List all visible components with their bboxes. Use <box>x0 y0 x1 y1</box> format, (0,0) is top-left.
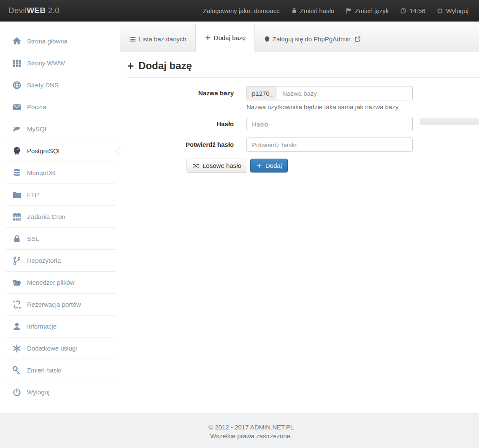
topbar-clock: 14:56 <box>400 7 425 14</box>
database-icon <box>12 168 22 178</box>
brand-version: 2.0 <box>46 6 60 15</box>
top-navbar: DevilWEB 2.0 Zalogowany jako: demoacc Zm… <box>0 0 479 22</box>
plus-icon <box>256 163 262 169</box>
app-logo[interactable]: DevilWEB 2.0 <box>8 6 60 15</box>
sidebar-item-label: MySQL <box>27 125 48 132</box>
sidebar-nav: Strona główna Strony WWW Strefy DNS Pocz… <box>0 30 120 403</box>
sidebar-item-strefy-dns[interactable]: Strefy DNS <box>6 74 116 96</box>
logged-in-as: Zalogowany jako: demoacc <box>203 7 280 14</box>
flag-icon <box>346 8 352 14</box>
sidebar-item-label: Strefy DNS <box>27 81 59 89</box>
plus-icon <box>127 62 135 70</box>
sidebar-item-mysql[interactable]: MySQL <box>6 118 116 140</box>
sidebar: Strona główna Strony WWW Strefy DNS Pocz… <box>0 22 120 413</box>
external-link-icon <box>355 36 361 42</box>
brand-devil: Devil <box>8 6 27 15</box>
topbar-change-password[interactable]: Zmień hasło <box>291 7 335 14</box>
asterisk-icon <box>12 344 22 353</box>
name-controls: p1270_ Nazwa użytkownika będzie taka sam… <box>246 86 413 111</box>
password-input[interactable] <box>246 117 413 131</box>
page-title: Dodaj bazę <box>127 54 479 78</box>
form-row-confirm: Potwierdź hasło <box>127 138 479 152</box>
sidebar-item-label: Zadania Cron <box>27 213 65 220</box>
broken-link-icon <box>12 300 22 309</box>
random-password-label: Losowe hasło <box>203 162 241 169</box>
sidebar-item-wyloguj[interactable]: Wyloguj <box>6 381 116 403</box>
postgresql-elephant-icon <box>264 36 271 43</box>
form-row-name: Nazwa bazy p1270_ Nazwa użytkownika będz… <box>127 86 479 111</box>
sidebar-item-ssl[interactable]: SSL <box>6 227 116 249</box>
sidebar-item-repozytoria[interactable]: Repozytoria <box>6 249 116 271</box>
brand-web: WEB <box>27 6 46 15</box>
clock-icon <box>400 8 406 14</box>
add-button-label: Dodaj <box>265 162 282 169</box>
sidebar-item-zmien-haslo[interactable]: Zmień hasło <box>6 359 116 381</box>
power-icon <box>437 8 443 14</box>
form-actions: Losowe hasło Dodaj <box>187 158 479 173</box>
envelope-icon <box>12 103 22 112</box>
lock-icon <box>12 234 22 243</box>
sidebar-item-label: Dodatkowe usługi <box>27 345 77 352</box>
sidebar-item-menedzer-plikow[interactable]: Menedżer plików <box>6 271 116 293</box>
sidebar-item-strony-www[interactable]: Strony WWW <box>6 52 116 74</box>
sidebar-item-zadania-cron[interactable]: Zadania Cron <box>6 205 116 227</box>
sidebar-item-label: PostgreSQL <box>27 147 62 154</box>
tab-strip: Lista baz danych Dodaj bazę Zaloguj się … <box>120 22 479 51</box>
password-label: Hasło <box>127 117 234 131</box>
tab-label: Lista baz danych <box>139 35 187 43</box>
name-input-group: p1270_ <box>246 86 413 100</box>
topbar-logout-label: Wyloguj <box>446 7 468 14</box>
tab-label: Dodaj bazę <box>214 34 246 41</box>
tab-dodaj-baze[interactable]: Dodaj bazę <box>195 24 255 51</box>
sidebar-item-strona-glowna[interactable]: Strona główna <box>6 30 116 52</box>
topbar-change-password-label: Zmień hasło <box>300 7 335 14</box>
sidebar-item-ftp[interactable]: FTP <box>6 184 116 205</box>
sidebar-item-label: SSL <box>27 235 39 242</box>
content-area: Lista baz danych Dodaj bazę Zaloguj się … <box>120 22 479 413</box>
confirm-password-label: Potwierdź hasło <box>127 138 234 152</box>
confirm-password-input[interactable] <box>246 138 413 152</box>
topbar-menu: Zalogowany jako: demoacc Zmień hasło Zmi… <box>203 7 468 14</box>
topbar-logout[interactable]: Wyloguj <box>437 7 468 14</box>
tab-zaloguj-phppgadmin[interactable]: Zaloguj się do PhpPgAdmin <box>255 27 370 51</box>
power-icon <box>12 388 22 397</box>
sidebar-item-label: Poczta <box>27 103 46 111</box>
sidebar-item-label: Zmień hasło <box>27 367 62 374</box>
password-controls <box>246 117 413 131</box>
random-password-button[interactable]: Losowe hasło <box>187 159 247 173</box>
name-label: Nazwa bazy <box>127 86 234 111</box>
sidebar-item-label: FTP <box>27 191 39 198</box>
grid-icon <box>12 59 22 68</box>
footer-rights: Wszelkie prawa zastrzeżone. <box>0 432 479 440</box>
add-button[interactable]: Dodaj <box>250 159 288 173</box>
sidebar-item-dodatkowe-uslugi[interactable]: Dodatkowe usługi <box>6 337 116 359</box>
confirm-controls <box>246 138 413 152</box>
sidebar-item-postgresql[interactable]: PostgreSQL <box>6 140 116 162</box>
sidebar-item-rezerwacja-portow[interactable]: Rezerwacja portów <box>6 293 116 315</box>
page-footer: © 2012 - 2017 ADMIN.NET.PL Wszelkie praw… <box>0 413 479 448</box>
footer-copyright: © 2012 - 2017 ADMIN.NET.PL <box>0 423 479 432</box>
sidebar-item-label: Strona główna <box>27 38 68 45</box>
topbar-change-language-label: Zmień język <box>355 7 389 14</box>
list-icon <box>129 36 136 43</box>
name-help-text: Nazwa użytkownika będzie taka sama jak n… <box>246 103 413 111</box>
globe-icon <box>12 81 22 90</box>
sidebar-item-label: Rezerwacja portów <box>27 301 81 308</box>
main-panel: Dodaj bazę Nazwa bazy p1270_ Nazwa użytk… <box>120 51 479 179</box>
postgresql-elephant-icon <box>12 146 22 156</box>
shuffle-icon <box>192 162 199 169</box>
git-branch-icon <box>12 256 22 265</box>
tab-lista-baz-danych[interactable]: Lista baz danych <box>120 27 195 51</box>
name-prefix-addon: p1270_ <box>246 86 277 100</box>
folder-open-icon <box>12 278 22 287</box>
home-icon <box>12 36 22 46</box>
password-strength-meter <box>420 118 479 125</box>
sidebar-item-informacje[interactable]: Informacje <box>6 315 116 337</box>
sidebar-item-label: Informacje <box>27 323 57 330</box>
folder-icon <box>12 190 22 200</box>
sidebar-item-mongodb[interactable]: MongoDB <box>6 162 116 184</box>
sidebar-item-poczta[interactable]: Poczta <box>6 96 116 118</box>
name-input[interactable] <box>277 86 413 100</box>
sidebar-item-label: MongoDB <box>27 169 55 176</box>
topbar-change-language[interactable]: Zmień język <box>346 7 389 14</box>
